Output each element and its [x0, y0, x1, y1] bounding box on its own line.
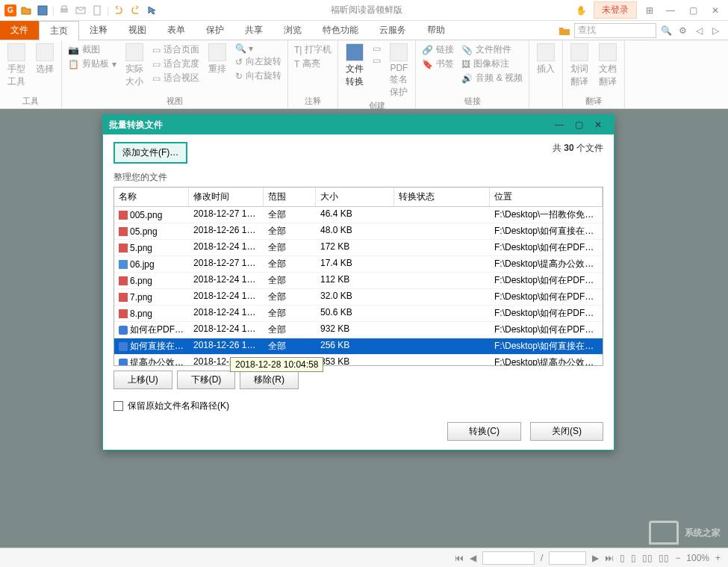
attachment-button[interactable]: 📎 文件附件	[461, 43, 523, 56]
dialog-titlebar[interactable]: 批量转换文件 — ▢ ✕	[103, 115, 614, 134]
batch-convert-dialog: 批量转换文件 — ▢ ✕ 添加文件(F)… 共 30 个文件 整理您的文件 名称…	[102, 114, 615, 450]
zoom-dropdown[interactable]: 🔍 ▾	[235, 43, 281, 54]
file-table: 名称 修改时间 范围 大小 转换状态 位置 005.png2018-12-27 …	[113, 187, 603, 366]
table-row[interactable]: 提高办公效…2018-12-28 1…全部353 KBF:\Desktop\提高…	[114, 355, 603, 366]
image-annot-button[interactable]: 🖼 图像标注	[461, 58, 523, 70]
view-cont-two-icon[interactable]: ▯▯	[659, 553, 669, 563]
move-up-button[interactable]: 上移(U)	[113, 371, 172, 389]
tab-file[interactable]: 文件	[0, 21, 39, 40]
file-type-icon	[119, 326, 128, 335]
next-page-icon[interactable]: ▶	[592, 553, 599, 563]
view-single-icon[interactable]: ▯	[620, 553, 625, 563]
zoom-in-icon[interactable]: +	[715, 553, 721, 563]
tab-home[interactable]: 主页	[39, 21, 79, 41]
save-icon[interactable]	[36, 4, 49, 17]
cursor-dropdown-icon[interactable]	[145, 4, 158, 17]
remove-button[interactable]: 移除(R)	[240, 371, 299, 389]
clipboard-button[interactable]: 📋 剪贴板 ▾	[68, 58, 116, 70]
table-row[interactable]: 如何直接在…2018-12-26 1…全部256 KBF:\Desktop\如何…	[114, 338, 603, 355]
insert-button[interactable]: 插入	[535, 43, 556, 75]
svg-rect-2	[62, 6, 66, 9]
file-type-icon	[119, 211, 128, 220]
tab-browse[interactable]: 浏览	[273, 21, 312, 40]
table-row[interactable]: 7.png2018-12-24 1…全部32.0 KBF:\Desktop\如何…	[114, 289, 603, 306]
last-page-icon[interactable]: ⏭	[605, 553, 614, 563]
typewriter-button[interactable]: T| 打字机	[294, 43, 332, 56]
audio-video-button[interactable]: 🔊 音频 & 视频	[461, 72, 523, 84]
search-input[interactable]: 查找	[574, 23, 656, 38]
table-row[interactable]: 06.jpg2018-12-27 1…全部17.4 KBF:\Desktop\提…	[114, 256, 603, 273]
file-type-icon	[119, 260, 128, 269]
add-file-button[interactable]: 添加文件(F)…	[113, 142, 187, 164]
reflow-button[interactable]: 重排	[207, 43, 228, 88]
dialog-close-button[interactable]: ✕	[588, 120, 608, 130]
close-button[interactable]: ✕	[707, 2, 724, 19]
prev-page-icon[interactable]: ◀	[470, 553, 476, 563]
select-tool-button[interactable]: 选择	[34, 43, 55, 88]
hand-icon[interactable]: ✋	[574, 4, 588, 17]
table-header[interactable]: 名称 修改时间 范围 大小 转换状态 位置	[114, 188, 603, 207]
open-icon[interactable]	[19, 4, 33, 17]
file-type-icon	[119, 293, 128, 302]
first-page-icon[interactable]: ⏮	[455, 553, 464, 563]
actual-size-button[interactable]: 实际 大小	[124, 43, 145, 88]
tab-help[interactable]: 帮助	[417, 21, 455, 40]
word-translate-button[interactable]: 划词 翻译	[569, 43, 590, 88]
file-convert-button[interactable]: 文件 转换	[344, 43, 365, 99]
zoom-out-icon[interactable]: −	[675, 553, 680, 563]
dialog-maximize-button[interactable]: ▢	[569, 120, 588, 130]
maximize-button[interactable]: ▢	[685, 2, 701, 19]
link-button[interactable]: 🔗 链接	[422, 43, 454, 56]
dialog-minimize-button[interactable]: —	[550, 120, 569, 130]
table-row[interactable]: 6.png2018-12-24 1…全部112 KBF:\Desktop\如何在…	[114, 273, 603, 289]
fit-visible-button[interactable]: ▭ 适合视区	[152, 72, 199, 84]
fit-width-button[interactable]: ▭ 适合宽度	[152, 58, 199, 70]
rotate-right-button[interactable]: ↻ 向右旋转	[235, 69, 281, 82]
move-down-button[interactable]: 下移(D)	[177, 371, 236, 389]
highlight-button[interactable]: T 高亮	[294, 58, 332, 70]
redo-icon[interactable]	[128, 4, 142, 17]
table-row[interactable]: 5.png2018-12-24 1…全部172 KBF:\Desktop\如何在…	[114, 240, 603, 256]
print-icon[interactable]	[57, 4, 71, 17]
table-row[interactable]: 如何在PDF…2018-12-24 1…全部932 KBF:\Desktop\如…	[114, 322, 603, 338]
gear-icon[interactable]: ⚙	[676, 24, 689, 37]
page-input[interactable]	[482, 551, 535, 565]
pdf-sign-button[interactable]: PDF 签名 保护	[388, 43, 409, 99]
doc-translate-button[interactable]: 文档 翻译	[597, 43, 618, 88]
search-icon[interactable]: 🔍	[659, 24, 673, 37]
nav-prev-icon[interactable]: ◁	[692, 24, 706, 37]
view-two-icon[interactable]: ▯▯	[642, 553, 653, 563]
organize-label: 整理您的文件	[113, 171, 603, 184]
table-row[interactable]: 05.png2018-12-26 1…全部48.0 KBF:\Desktop\如…	[114, 223, 603, 240]
undo-icon[interactable]	[112, 4, 125, 17]
close-dialog-button[interactable]: 关闭(S)	[530, 422, 603, 441]
convert-button[interactable]: 转换(C)	[447, 422, 521, 441]
mail-icon[interactable]	[74, 4, 87, 17]
tab-special[interactable]: 特色功能	[312, 21, 369, 40]
tab-view[interactable]: 视图	[118, 21, 157, 40]
new-icon[interactable]	[90, 4, 104, 17]
minimize-button[interactable]: —	[662, 2, 679, 19]
login-button[interactable]: 未登录	[594, 1, 637, 19]
table-row[interactable]: 8.png2018-12-24 1…全部50.6 KBF:\Desktop\如何…	[114, 306, 603, 322]
folder-search-icon[interactable]	[558, 24, 571, 37]
zoom-level[interactable]: 100%	[686, 553, 709, 563]
bookmark-button[interactable]: 🔖 书签	[422, 58, 454, 70]
tab-form[interactable]: 表单	[157, 21, 196, 40]
fit-page-button[interactable]: ▭ 适合页面	[152, 43, 199, 56]
rotate-left-button[interactable]: ↺ 向左旋转	[235, 55, 281, 68]
file-type-icon	[119, 309, 128, 318]
apps-icon[interactable]: ⊞	[643, 4, 656, 17]
screenshot-button[interactable]: 📷 截图	[68, 43, 116, 56]
tab-cloud[interactable]: 云服务	[369, 21, 417, 40]
tab-share[interactable]: 共享	[234, 21, 273, 40]
nav-next-icon[interactable]: ▷	[709, 24, 722, 37]
dialog-title: 批量转换文件	[109, 119, 550, 131]
table-row[interactable]: 005.png2018-12-27 1…全部46.4 KBF:\Desktop\…	[114, 207, 603, 223]
hand-tool-button[interactable]: 手型 工具	[6, 43, 27, 88]
keep-path-checkbox[interactable]	[113, 401, 123, 411]
tab-comment[interactable]: 注释	[79, 21, 118, 40]
view-continuous-icon[interactable]: ▯	[631, 553, 636, 563]
tab-protect[interactable]: 保护	[196, 21, 234, 40]
keep-path-label: 保留原始文件名和路径(K)	[128, 400, 229, 412]
